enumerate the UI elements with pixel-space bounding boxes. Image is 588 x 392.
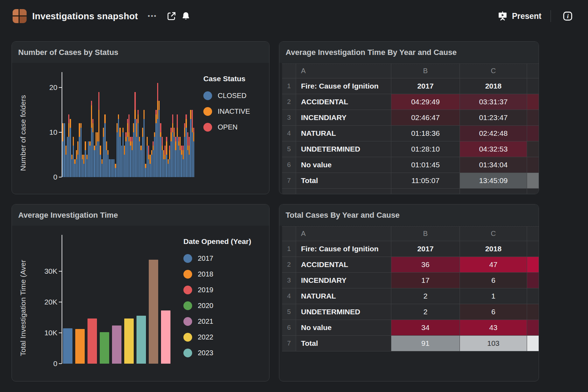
stacked-bar[interactable] [134, 92, 135, 177]
row-number-2[interactable]: 2 [282, 257, 296, 272]
cell-C8[interactable] [460, 189, 527, 194]
corner-cell[interactable] [282, 226, 296, 241]
stacked-bar[interactable] [163, 150, 164, 177]
card-title[interactable]: Number of Cases by Status [18, 48, 118, 57]
row-number-5[interactable]: 5 [282, 141, 296, 157]
cell-C3[interactable]: 6 [460, 273, 527, 288]
cell-C7[interactable]: 103 [460, 336, 527, 351]
stacked-bar[interactable] [88, 141, 89, 177]
stacked-bar[interactable] [170, 128, 172, 177]
cell-B2[interactable]: 04:29:49 [391, 94, 460, 110]
stacked-bar[interactable] [175, 137, 176, 177]
stacked-bar[interactable] [148, 146, 149, 177]
column-header-B[interactable]: B [391, 226, 460, 241]
column-header-C[interactable]: C [460, 226, 527, 241]
legend-item-INACTIVE[interactable]: INACTIVE [203, 104, 250, 119]
stacked-bar[interactable] [118, 114, 119, 177]
stacked-bar[interactable] [113, 159, 114, 177]
stacked-bar[interactable] [83, 155, 84, 177]
cell-A4[interactable]: NATURAL [296, 288, 391, 304]
cell-A6[interactable]: No value [296, 157, 391, 173]
stacked-bar[interactable] [77, 141, 78, 177]
bar-2020[interactable] [100, 332, 109, 364]
stacked-bar[interactable] [62, 123, 63, 177]
cell-B1[interactable]: 2017 [391, 241, 460, 257]
stacked-bar[interactable] [130, 137, 131, 177]
row-number-8[interactable]: 8 [282, 189, 296, 194]
bar-2019[interactable] [88, 318, 97, 364]
stacked-bar[interactable] [153, 141, 154, 177]
stacked-bar[interactable] [107, 150, 108, 177]
row-number-3[interactable]: 3 [282, 110, 296, 125]
cell-A1[interactable]: Fire: Cause of Ignition [296, 241, 391, 257]
column-header-A[interactable]: A [296, 64, 391, 78]
present-button[interactable]: Present [497, 11, 541, 21]
dashboard-title[interactable]: Investigations snapshot [32, 11, 138, 22]
cell-B6[interactable]: 34 [391, 320, 460, 335]
cell-C4[interactable]: 02:42:48 [460, 126, 527, 141]
stacked-bar[interactable] [193, 128, 194, 177]
stacked-bar[interactable] [67, 137, 68, 177]
cell-C7[interactable]: 13:45:09 [460, 173, 527, 188]
stacked-bar[interactable] [155, 110, 156, 177]
cell-B1[interactable]: 2017 [391, 78, 460, 94]
stacked-bar[interactable] [145, 164, 146, 177]
more-options-button[interactable]: ••• [146, 10, 159, 22]
stacked-bar[interactable] [138, 110, 139, 177]
stacked-bar[interactable] [181, 146, 182, 177]
stacked-bar[interactable] [121, 146, 122, 177]
cell-D1[interactable] [527, 78, 539, 94]
stacked-bar[interactable] [147, 137, 148, 177]
legend-item-2019[interactable]: 2019 [183, 282, 251, 298]
stacked-bar[interactable] [102, 159, 103, 177]
cell-D5[interactable] [527, 141, 539, 157]
stacked-bar[interactable] [112, 159, 113, 177]
stacked-bar[interactable] [115, 164, 116, 177]
stacked-bar[interactable] [166, 137, 167, 177]
stacked-bar[interactable] [80, 123, 82, 177]
cell-D3[interactable] [527, 273, 539, 288]
legend-item-OPEN[interactable]: OPEN [203, 119, 250, 135]
stacked-bar[interactable] [73, 137, 74, 177]
cell-A8[interactable] [296, 189, 391, 194]
stacked-bar[interactable] [98, 92, 99, 177]
row-number-7[interactable]: 7 [282, 173, 296, 188]
stacked-bar[interactable] [151, 150, 152, 177]
legend-item-2021[interactable]: 2021 [183, 314, 251, 329]
cell-D4[interactable] [527, 288, 539, 304]
stacked-bar[interactable] [186, 114, 187, 177]
stacked-bar[interactable] [127, 119, 128, 177]
stacked-bar[interactable] [184, 123, 185, 177]
stacked-bar[interactable] [94, 146, 95, 177]
bar-2018[interactable] [75, 329, 85, 364]
stacked-bar[interactable] [154, 132, 155, 177]
cell-C1[interactable]: 2018 [460, 241, 527, 257]
corner-cell[interactable] [282, 64, 296, 78]
row-number-5[interactable]: 5 [282, 304, 296, 320]
stacked-bar[interactable] [140, 146, 141, 177]
row-number-2[interactable]: 2 [282, 94, 296, 110]
cell-A2[interactable]: ACCIDENTAL [296, 257, 391, 272]
stacked-bar[interactable] [97, 132, 98, 177]
stacked-bar[interactable] [139, 137, 140, 177]
cell-B3[interactable]: 17 [391, 273, 460, 288]
stacked-bar[interactable] [82, 155, 83, 177]
stacked-bar[interactable] [64, 123, 65, 177]
cell-A6[interactable]: No value [296, 320, 391, 335]
stacked-bar[interactable] [169, 146, 170, 177]
cell-C1[interactable]: 2018 [460, 78, 527, 94]
cell-A7[interactable]: Total [296, 336, 391, 351]
cell-D6[interactable] [527, 320, 539, 335]
cell-C2[interactable]: 03:31:37 [460, 94, 527, 110]
bar-2023[interactable] [136, 316, 146, 364]
row-number-4[interactable]: 4 [282, 126, 296, 141]
row-number-7[interactable]: 7 [282, 336, 296, 351]
notifications-bell-icon[interactable] [179, 9, 193, 23]
cell-B5[interactable]: 01:28:10 [391, 141, 460, 157]
stacked-bar[interactable] [92, 119, 93, 177]
stacked-bar[interactable] [96, 132, 97, 177]
row-number-6[interactable]: 6 [282, 320, 296, 335]
cell-A1[interactable]: Fire: Cause of Ignition [296, 78, 391, 94]
stacked-bar[interactable] [109, 159, 110, 177]
stacked-bar[interactable] [180, 137, 181, 177]
